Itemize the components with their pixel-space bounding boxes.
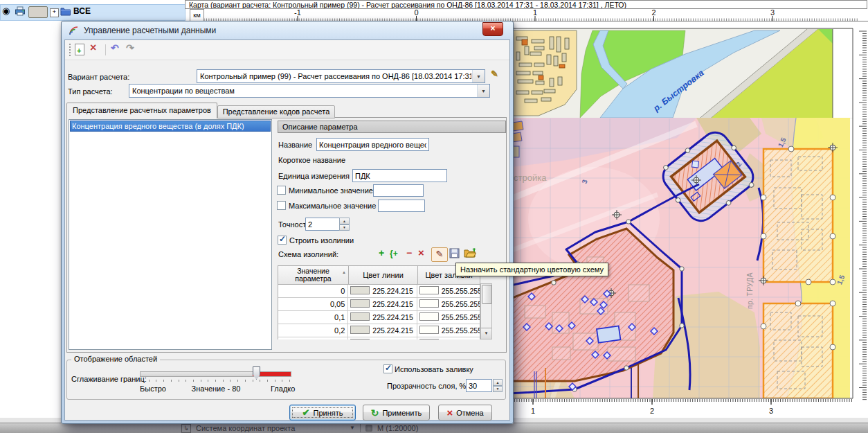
- min-value-field[interactable]: [373, 184, 424, 197]
- scheme-table-row[interactable]: 0225.224.215255.255.255: [278, 285, 480, 298]
- slider-value-label: Значение - 80: [181, 385, 251, 394]
- scheme-remove-icon[interactable]: −: [406, 247, 412, 258]
- cell-parameter-value: 0,2: [278, 324, 348, 337]
- district-label: стройка: [514, 173, 547, 183]
- scheme-standard-colors-button[interactable]: ✎: [431, 247, 448, 262]
- line-color-swatch[interactable]: [350, 312, 370, 321]
- cell-fill-color: 255.255.255: [417, 337, 480, 339]
- status-bar: ↳ Система координат проекта ▼ М (1:20000…: [0, 423, 868, 433]
- list-item-selected[interactable]: Концентрация вредного вещества (в долях …: [70, 121, 271, 132]
- opacity-stepper[interactable]: ▲▼: [493, 379, 503, 392]
- build-isolines-checkbox[interactable]: [278, 236, 287, 245]
- scheme-load-icon[interactable]: [464, 247, 476, 258]
- scale-icon: [365, 425, 372, 432]
- cell-line-color: 225.224.215: [348, 298, 417, 310]
- scheme-table-row[interactable]: 0,3225.224.215255.255.255: [278, 337, 480, 339]
- coordinate-export-icon[interactable]: ↳: [181, 424, 191, 433]
- svg-text:2: 2: [650, 407, 654, 415]
- chevron-down-icon[interactable]: ▼: [350, 425, 355, 431]
- print-icon[interactable]: [15, 6, 26, 16]
- close-x-icon: ×: [446, 407, 453, 418]
- delete-record-icon[interactable]: ×: [90, 42, 96, 54]
- variant-combobox[interactable]: Контрольный пример (99) - Расчет рассеив…: [197, 69, 485, 83]
- slider-min-label: Быстро: [140, 385, 166, 394]
- accept-button[interactable]: ✔ Принять: [289, 405, 356, 421]
- fill-color-swatch[interactable]: [419, 299, 439, 308]
- cell-fill-color: 255.255.255: [417, 324, 480, 337]
- precision-field[interactable]: [305, 218, 340, 231]
- scheme-table-scrollbar[interactable]: ▼: [480, 283, 492, 339]
- scheme-table-row[interactable]: 0,05225.224.215255.255.255: [278, 298, 480, 311]
- svg-text:-1: -1: [294, 9, 301, 17]
- tree-expand-button[interactable]: +: [50, 8, 59, 17]
- cancel-button[interactable]: × Отмена: [438, 405, 492, 421]
- tab-codes[interactable]: Представление кодов расчета: [217, 105, 335, 118]
- tab-parameters[interactable]: Представление расчетных параметров: [66, 103, 217, 118]
- scrollbar-thumb[interactable]: [482, 285, 492, 304]
- max-value-label: Максимальное значение: [289, 202, 376, 211]
- min-value-checkbox[interactable]: [277, 186, 286, 195]
- scroll-down-button[interactable]: ▼: [481, 328, 491, 339]
- scheme-clear-icon[interactable]: ×: [418, 247, 424, 258]
- areas-group-title: Отображение областей: [71, 355, 160, 364]
- svg-text:0: 0: [414, 9, 418, 17]
- dialog-titlebar[interactable]: Управление расчетными данными ×: [62, 21, 513, 39]
- scheme-add-range-icon[interactable]: {+: [390, 249, 398, 258]
- undo-icon[interactable]: ↶: [111, 42, 119, 53]
- map-canvas[interactable]: р. Быстровка: [511, 21, 868, 418]
- visibility-eye-icon[interactable]: ◉: [2, 6, 10, 16]
- edit-variant-pencil-icon[interactable]: ✎: [491, 69, 498, 79]
- fill-color-swatch[interactable]: [419, 286, 439, 294]
- redo-icon[interactable]: ↷: [126, 42, 134, 53]
- dialog-toolbar: + × ↶ ↷: [65, 40, 509, 60]
- precision-stepper[interactable]: ▲▼: [339, 218, 350, 231]
- scheme-table-row[interactable]: 0,1225.224.215255.255.255: [278, 311, 480, 324]
- unit-field[interactable]: [352, 169, 447, 182]
- chevron-down-icon: ▼: [472, 70, 485, 82]
- close-button[interactable]: ×: [482, 22, 503, 36]
- layer-color-swatch[interactable]: [28, 6, 48, 18]
- build-isolines-label: Строить изолинии: [289, 236, 354, 245]
- scheme-table-row[interactable]: 0,2225.224.215255.255.255: [278, 324, 480, 337]
- name-field[interactable]: [316, 138, 429, 151]
- coordinate-system-select[interactable]: Система координат проекта: [196, 424, 295, 432]
- parameter-listbox[interactable]: Концентрация вредного вещества (в долях …: [69, 119, 272, 350]
- max-value-field[interactable]: [378, 200, 425, 212]
- orange-zone-1: [761, 146, 835, 285]
- orange-zone-2: [761, 301, 835, 398]
- line-color-swatch[interactable]: [350, 286, 370, 294]
- sort-ascending-icon: ▲: [342, 269, 346, 276]
- cell-fill-color: 255.255.255: [417, 311, 480, 324]
- smoothing-slider-track[interactable]: [140, 371, 291, 377]
- cell-parameter-value: 0,1: [278, 311, 348, 324]
- scheme-table-body: 0225.224.215255.255.2550,05225.224.21525…: [278, 285, 480, 339]
- svg-text:1: 1: [531, 407, 535, 415]
- add-record-icon[interactable]: +: [75, 44, 84, 55]
- fill-color-swatch[interactable]: [419, 312, 439, 321]
- calc-type-combobox[interactable]: Концентрации по веществам ▼: [129, 84, 490, 98]
- dialog-title: Управление расчетными данными: [84, 26, 216, 35]
- cell-fill-color: 255.255.255: [417, 285, 480, 297]
- max-value-checkbox[interactable]: [277, 201, 286, 210]
- min-value-label: Минимальное значение: [289, 186, 373, 195]
- apply-button[interactable]: ↻ Применить: [363, 405, 430, 421]
- use-fill-checkbox[interactable]: [383, 364, 392, 373]
- toolbar-separator: [105, 44, 106, 55]
- line-color-swatch[interactable]: [350, 339, 370, 339]
- line-color-swatch[interactable]: [350, 326, 370, 334]
- column-header-line-color[interactable]: Цвет линии: [349, 266, 418, 284]
- cell-line-color: 225.224.215: [348, 285, 417, 297]
- fill-color-swatch[interactable]: [419, 326, 439, 334]
- svg-text:3: 3: [770, 9, 775, 17]
- map-window-title: Карта (вариант расчета: Контрольный прим…: [185, 0, 867, 9]
- opacity-field[interactable]: [466, 379, 492, 392]
- layer-root-label[interactable]: ВСЕ: [73, 6, 91, 16]
- line-color-swatch[interactable]: [350, 299, 370, 308]
- scheme-save-icon[interactable]: [449, 248, 460, 258]
- map-scale-value[interactable]: М (1:20000): [377, 424, 418, 432]
- fill-color-swatch[interactable]: [419, 339, 439, 339]
- ruler-unit-box: км: [190, 9, 204, 21]
- column-header-value[interactable]: Значение параметра ▲: [278, 266, 349, 284]
- scheme-add-icon[interactable]: +: [379, 247, 384, 258]
- cell-line-color: 225.224.215: [348, 324, 417, 337]
